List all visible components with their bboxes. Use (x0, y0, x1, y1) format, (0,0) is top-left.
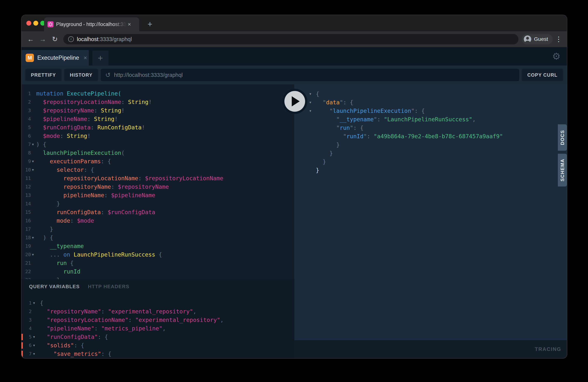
fold-arrow-icon[interactable]: ▾ (310, 90, 311, 98)
fold-arrow-icon[interactable]: ▾ (310, 106, 311, 115)
code-text: mutation ExecutePipeline( (36, 89, 121, 98)
code-line[interactable]: 5 $runConfigData: RunConfigData! (21, 123, 294, 132)
code-line: ▾ "data": { (294, 98, 567, 106)
code-line[interactable]: 7▾ "save_metrics": { (21, 350, 294, 358)
line-number: 7 (24, 350, 32, 358)
code-text: $runConfigData: RunConfigData! (36, 123, 145, 132)
code-text: "runConfigData": { (40, 333, 108, 341)
code-line[interactable]: 6 $mode: String! (21, 132, 294, 140)
code-line[interactable]: 9▾ executionParams: { (21, 157, 294, 166)
fold-arrow-icon[interactable]: ▾ (33, 299, 35, 307)
session-close-icon[interactable]: × (84, 55, 87, 61)
reload-icon[interactable]: ↻ (50, 34, 60, 44)
chrome-toolbar: ← → ↻ i localhost:3333/graphql Guest ⋮ (21, 31, 567, 47)
code-line[interactable]: 1mutation ExecutePipeline( (21, 89, 294, 98)
code-text: "save_metrics": { (40, 350, 111, 358)
code-line[interactable]: 6▾ "solids": { (21, 341, 294, 350)
schema-side-tab[interactable]: SCHEMA (558, 154, 567, 187)
line-number: 6 (21, 132, 31, 140)
code-line[interactable]: 20▾ ... on LaunchPipelineRunSuccess { (21, 250, 294, 259)
code-text: __typename (36, 242, 84, 250)
settings-gear-icon[interactable]: ⚙ (551, 50, 562, 63)
fold-arrow-icon[interactable]: ▾ (32, 140, 34, 149)
code-line[interactable]: 1▾{ (21, 299, 294, 307)
code-line[interactable]: 8 launchPipelineExecution( (21, 149, 294, 157)
line-number: 6 (24, 341, 32, 350)
code-line[interactable]: 12 repositoryName: $repositoryName (21, 183, 294, 191)
code-line[interactable]: 13 pipelineName: $pipelineName (21, 191, 294, 199)
copy-curl-button[interactable]: COPY CURL (522, 69, 563, 81)
code-text: $mode: String! (36, 132, 91, 140)
fold-arrow-icon[interactable]: ▾ (32, 233, 34, 242)
code-line[interactable]: 10▾ selector: { (21, 166, 294, 174)
tracing-label: TRACING (535, 346, 562, 352)
tab-close-icon[interactable]: × (128, 21, 131, 27)
graphql-favicon-icon (47, 21, 54, 27)
code-text: } (316, 157, 326, 166)
code-line[interactable]: 19 __typename (21, 242, 294, 250)
code-line: } (294, 157, 567, 166)
code-line: ▾ "launchPipelineExecution": { (294, 106, 567, 115)
close-window-button[interactable] (26, 21, 31, 26)
lint-marker (21, 342, 23, 349)
code-line[interactable]: 16 mode: $mode (21, 216, 294, 225)
code-text: } (36, 276, 60, 279)
code-line[interactable]: 2 "repositoryName": "experimental_reposi… (21, 307, 294, 316)
tab-http-headers[interactable]: HTTP HEADERS (88, 284, 129, 290)
line-number: 22 (21, 267, 31, 276)
forward-icon[interactable]: → (38, 34, 48, 44)
code-line[interactable]: 3 $repositoryName: String! (21, 106, 294, 115)
prettify-button[interactable]: PRETTIFY (25, 69, 62, 81)
browser-menu-kebab-icon[interactable]: ⋮ (554, 34, 563, 44)
code-line: } (294, 141, 567, 149)
code-line[interactable]: 3 "repositoryLocationName": "experimenta… (21, 316, 294, 324)
new-tab-button[interactable]: + (144, 19, 156, 30)
code-line[interactable]: 11 repositoryLocationName: $repositoryLo… (21, 174, 294, 183)
code-text: ... on LaunchPipelineRunSuccess { (36, 250, 162, 259)
history-button[interactable]: HISTORY (64, 69, 98, 81)
profile-chip[interactable]: Guest (522, 34, 553, 44)
code-line[interactable]: 21 run { (21, 259, 294, 267)
line-number: 17 (21, 225, 31, 233)
code-text: runId (36, 267, 81, 276)
docs-side-tab[interactable]: DOCS (558, 124, 567, 151)
session-tab[interactable]: M ExecutePipeline × (21, 50, 89, 65)
execute-play-button[interactable] (282, 89, 307, 114)
code-line[interactable]: 4 "pipelineName": "metrics_pipeline", (21, 324, 294, 333)
code-text: mode: $mode (36, 216, 94, 225)
back-icon[interactable]: ← (26, 34, 36, 44)
endpoint-field[interactable]: ↺ http://localhost:3333/graphql (101, 69, 519, 81)
fold-arrow-icon[interactable]: ▾ (32, 157, 34, 166)
code-line[interactable]: 5▾ "runConfigData": { (21, 333, 294, 341)
query-editor[interactable]: 1mutation ExecutePipeline(2 $repositoryL… (21, 85, 294, 279)
browser-tab[interactable]: Playground - http://localhost:33 × (44, 17, 139, 31)
tracing-bar[interactable]: TRACING (294, 340, 567, 358)
code-line[interactable]: 22 runId (21, 267, 294, 276)
fold-arrow-icon[interactable]: ▾ (33, 333, 35, 341)
page-info-icon[interactable]: i (68, 36, 74, 42)
address-bar[interactable]: i localhost:3333/graphql (63, 34, 519, 44)
line-number: 9 (21, 157, 31, 166)
minimize-window-button[interactable] (33, 21, 38, 26)
fold-arrow-icon[interactable]: ▾ (32, 166, 34, 174)
browser-tab-title: Playground - http://localhost:33 (56, 21, 126, 27)
code-line[interactable]: 23 } (21, 276, 294, 279)
new-session-button[interactable]: + (92, 50, 108, 65)
code-line[interactable]: 17 } (21, 225, 294, 233)
tab-query-variables[interactable]: QUERY VARIABLES (29, 284, 80, 290)
line-number: 2 (21, 98, 31, 106)
code-line[interactable]: 2 $repositoryLocationName: String! (21, 98, 294, 106)
code-line[interactable]: 7▾) { (21, 140, 294, 149)
code-line[interactable]: 18▾ ) { (21, 233, 294, 242)
code-line[interactable]: 15 runConfigData: $runConfigData (21, 208, 294, 216)
code-line[interactable]: 14 } (21, 199, 294, 208)
line-number: 1 (24, 299, 32, 307)
fold-arrow-icon[interactable]: ▾ (33, 341, 35, 350)
code-line[interactable]: 4 $pipelineName: String! (21, 115, 294, 123)
variables-editor[interactable]: 1▾{2 "repositoryName": "experimental_rep… (21, 299, 294, 358)
replay-icon: ↺ (105, 71, 111, 79)
fold-arrow-icon[interactable]: ▾ (33, 350, 35, 358)
playground-toolbar: PRETTIFY HISTORY ↺ http://localhost:3333… (21, 65, 567, 85)
fold-arrow-icon[interactable]: ▾ (310, 98, 311, 106)
fold-arrow-icon[interactable]: ▾ (32, 250, 34, 259)
